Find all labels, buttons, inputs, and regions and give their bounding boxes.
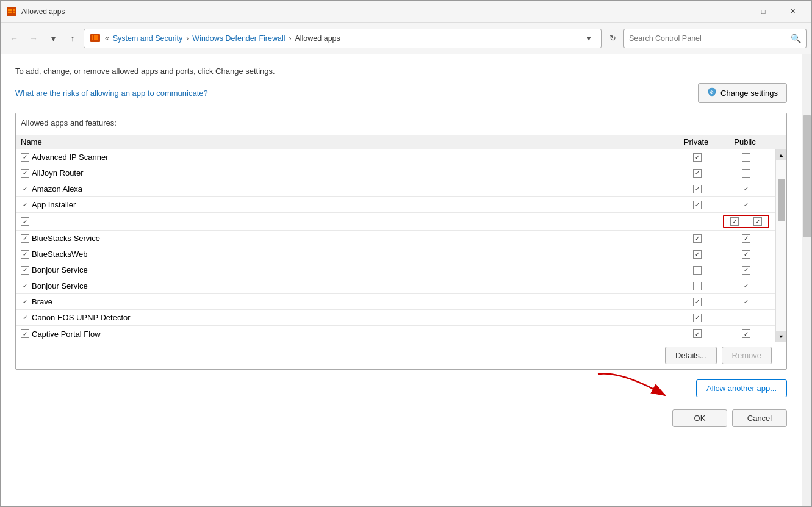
row-name-label: Bonjour Service xyxy=(32,265,88,275)
forward-button[interactable]: → xyxy=(25,30,42,47)
row-public-checkbox[interactable] xyxy=(742,329,750,338)
ok-button[interactable]: OK xyxy=(672,409,727,427)
search-icon-button[interactable]: 🔍 xyxy=(791,34,801,43)
row-public-checkbox[interactable] xyxy=(742,185,750,193)
col-header-public: Public xyxy=(720,137,769,146)
window-controls: ─ □ ✕ xyxy=(720,2,807,21)
row-public-checkbox[interactable] xyxy=(742,314,750,322)
scroll-up-arrow[interactable]: ▲ xyxy=(776,149,786,160)
table-row[interactable]: BlueStacks Service xyxy=(16,231,775,246)
close-button[interactable]: ✕ xyxy=(778,2,807,21)
details-button[interactable]: Details... xyxy=(665,347,717,364)
row-public-checkbox[interactable] xyxy=(742,169,750,178)
table-row[interactable]: Bonjour Service xyxy=(16,262,775,278)
table-row[interactable]: App Installer xyxy=(16,197,775,213)
row-name-checkbox[interactable] xyxy=(21,217,29,226)
cancel-button[interactable]: Cancel xyxy=(732,409,787,427)
table-row[interactable]: BlueStacksWeb xyxy=(16,246,775,262)
row-private-checkbox[interactable] xyxy=(693,185,702,193)
row-public-checkbox[interactable] xyxy=(742,250,750,259)
svg-rect-4 xyxy=(7,11,16,12)
row-name-checkbox[interactable] xyxy=(21,201,29,209)
allow-another-button[interactable]: Allow another app... xyxy=(696,379,787,397)
row-private-checkbox[interactable] xyxy=(693,266,702,275)
row-name-label: Brave xyxy=(32,297,52,306)
row-private-checkbox[interactable] xyxy=(693,314,702,322)
row-private-checkbox[interactable] xyxy=(693,329,702,338)
breadcrumb-system-security[interactable]: System and Security xyxy=(113,34,183,43)
table-row[interactable]: Brave xyxy=(16,294,775,310)
row-name-checkbox[interactable] xyxy=(21,314,29,322)
table-row[interactable]: Captive Portal Flow xyxy=(16,326,775,342)
table-row[interactable]: Bonjour Service xyxy=(16,278,775,294)
row-public-checkbox[interactable] xyxy=(742,298,750,306)
row-private-checkbox[interactable] xyxy=(693,153,702,162)
content-area: To add, change, or remove allowed apps a… xyxy=(1,54,811,506)
ok-cancel-section: OK Cancel xyxy=(15,405,787,430)
table-row[interactable]: Canon EOS UPNP Detector xyxy=(16,310,775,326)
row-name-checkbox[interactable] xyxy=(21,266,29,275)
table-rows: Advanced IP Scanner AllJoyn Router xyxy=(16,149,775,342)
row-name-label: Captive Portal Flow xyxy=(32,329,101,339)
row-private-checkbox[interactable] xyxy=(693,282,702,290)
table-section-label: Allowed apps and features: xyxy=(16,113,786,130)
main-window: Allowed apps ─ □ ✕ ← → ▾ ↑ « System and … xyxy=(0,0,812,507)
row-private-checkbox[interactable] xyxy=(693,234,702,243)
window-scroll-thumb[interactable] xyxy=(803,115,811,237)
window-icon xyxy=(5,5,18,18)
breadcrumb-dropdown-button[interactable]: ▾ xyxy=(581,30,596,47)
table-actions: Details... Remove xyxy=(16,342,786,369)
row-public-checkbox[interactable] xyxy=(742,153,750,162)
recent-locations-button[interactable]: ▾ xyxy=(45,30,62,47)
search-input[interactable] xyxy=(629,34,791,43)
col-header-name: Name xyxy=(21,137,672,146)
remove-button[interactable]: Remove xyxy=(722,347,772,364)
breadcrumb-allowed-apps: Allowed apps xyxy=(295,34,340,43)
row-public-checkbox[interactable] xyxy=(742,234,750,243)
row-name-checkbox[interactable] xyxy=(21,282,29,290)
change-settings-button[interactable]: ⚙ Change settings xyxy=(698,83,787,103)
minimize-button[interactable]: ─ xyxy=(720,2,748,21)
row-name-checkbox[interactable] xyxy=(21,329,29,338)
scroll-track xyxy=(776,160,786,331)
up-button[interactable]: ↑ xyxy=(64,30,81,47)
row-name-checkbox[interactable] xyxy=(21,250,29,259)
breadcrumb-firewall[interactable]: Windows Defender Firewall xyxy=(192,34,285,43)
row-private-checkbox[interactable] xyxy=(693,201,702,209)
back-button[interactable]: ← xyxy=(5,30,23,47)
breadcrumb-arrow-1: › xyxy=(186,34,189,43)
row-name-checkbox[interactable] xyxy=(21,169,29,178)
breadcrumb-separator-1: « xyxy=(105,34,109,43)
table-row[interactable]: Amazon Alexa xyxy=(16,181,775,197)
row-private-checkbox[interactable] xyxy=(693,169,702,178)
scroll-thumb[interactable] xyxy=(778,179,785,221)
maximize-button[interactable]: □ xyxy=(749,2,777,21)
row-private-checkbox-highlighted[interactable] xyxy=(730,217,739,226)
row-name-checkbox[interactable] xyxy=(21,298,29,306)
row-public-checkbox[interactable] xyxy=(742,201,750,209)
row-private-checkbox[interactable] xyxy=(693,250,702,259)
row-name-checkbox[interactable] xyxy=(21,153,29,162)
row-name-label: BlueStacks Service xyxy=(32,234,100,243)
refresh-button[interactable]: ↻ xyxy=(604,30,621,47)
row-public-checkbox[interactable] xyxy=(742,266,750,275)
address-bar: ← → ▾ ↑ « System and Security › Windows … xyxy=(1,23,811,54)
row-name-label: Bonjour Service xyxy=(32,281,88,290)
row-public-checkbox-highlighted[interactable] xyxy=(753,217,762,226)
table-row[interactable]: Advanced IP Scanner xyxy=(16,149,775,165)
main-content: To add, change, or remove allowed apps a… xyxy=(1,54,802,506)
window-scrollbar xyxy=(802,54,811,506)
learn-more-link[interactable]: What are the risks of allowing an app to… xyxy=(15,88,208,98)
breadcrumb: « System and Security › Windows Defender… xyxy=(84,29,602,48)
scroll-down-arrow[interactable]: ▼ xyxy=(776,331,786,342)
row-name-label: App Installer xyxy=(32,200,76,209)
row-private-checkbox[interactable] xyxy=(693,298,702,306)
svg-text:⚙: ⚙ xyxy=(710,90,714,95)
row-public-checkbox[interactable] xyxy=(742,282,750,290)
row-name-checkbox[interactable] xyxy=(21,234,29,243)
allow-another-row: Allow another app... xyxy=(15,379,787,397)
table-row[interactable]: AllJoyn Router xyxy=(16,165,775,181)
row-name-checkbox[interactable] xyxy=(21,185,29,193)
table-row-highlighted[interactable] xyxy=(16,213,775,231)
svg-rect-7 xyxy=(94,35,96,40)
